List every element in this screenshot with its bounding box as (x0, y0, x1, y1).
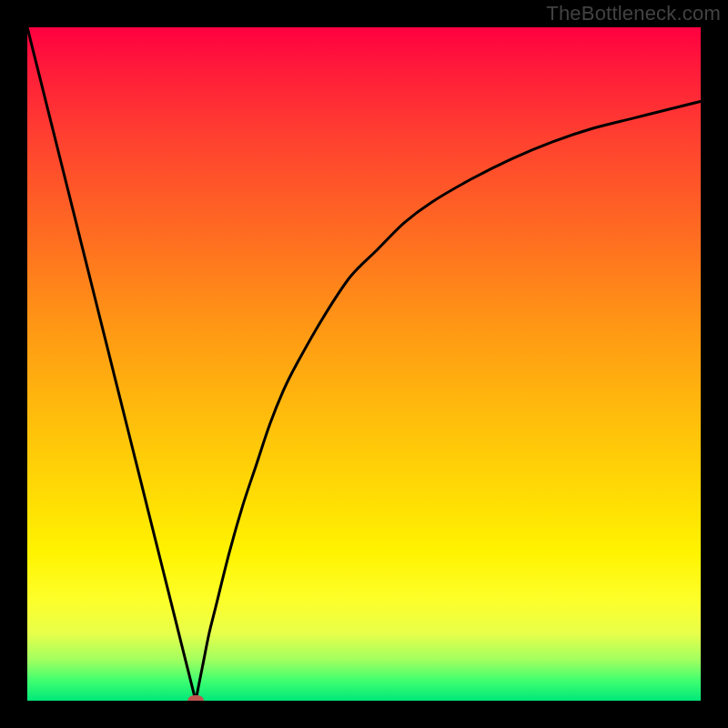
curve-left-branch (27, 27, 196, 701)
plot-area (27, 27, 701, 701)
bottleneck-curve (27, 27, 701, 701)
watermark-text: TheBottleneck.com (546, 2, 721, 25)
curve-right-branch (196, 101, 701, 701)
minimum-marker (187, 695, 204, 701)
chart-frame: TheBottleneck.com (0, 0, 728, 728)
